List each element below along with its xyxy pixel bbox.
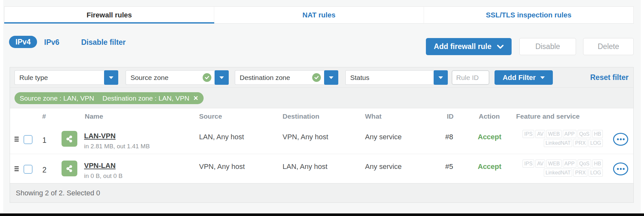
header-index: # (42, 108, 46, 124)
cell-source: LAN, Any host (199, 133, 244, 141)
destination-zone-filter-field: Destination zone (235, 70, 325, 85)
badge-hb: HB (592, 160, 603, 168)
cell-what: Any service (365, 162, 402, 171)
badge-log: LOG (589, 169, 603, 177)
chevron-down-icon (497, 45, 504, 49)
rule-type-filter-arrow-button[interactable] (104, 70, 118, 85)
cell-rule-id: #8 (445, 133, 453, 141)
row-checkbox[interactable] (24, 135, 33, 144)
ipv4-toggle[interactable]: IPv4 (9, 36, 37, 48)
tab-ssl-tls-inspection-rules[interactable]: SSL/TLS inspection rules (424, 7, 633, 23)
header-action: Action (479, 108, 500, 124)
status-filter-arrow-button[interactable] (434, 70, 448, 85)
destination-zone-filter-arrow-button[interactable] (324, 70, 338, 85)
status-filter-field: Status (345, 70, 434, 85)
badge-ips: IPS (523, 160, 534, 168)
filter-bar: Rule type Source zone Destination zone (10, 67, 633, 88)
tab-ssl-tls-inspection-rules-label: SSL/TLS inspection rules (486, 11, 571, 19)
check-circle-icon (203, 73, 211, 82)
rule-share-icon (62, 131, 77, 147)
table-header-row: # Name Source Destination What ID Action… (10, 108, 633, 124)
drag-handle-icon[interactable] (14, 166, 19, 171)
cell-what: Any service (365, 133, 402, 141)
triangle-down-icon (109, 76, 113, 79)
status-filter-dropdown[interactable]: Status (345, 70, 448, 85)
page-background: Firewall rules NAT rules SSL/TLS inspect… (3, 0, 641, 213)
top-tab-bar: Firewall rules NAT rules SSL/TLS inspect… (4, 6, 634, 24)
destination-zone-filter-dropdown[interactable]: Destination zone (235, 70, 338, 85)
more-options-ellipsis-icon[interactable] (613, 162, 628, 175)
badge-app: APP (563, 130, 576, 138)
row-index: 2 (39, 166, 50, 174)
row-checkbox[interactable] (24, 165, 33, 174)
add-firewall-rule-label: Add firewall rule (434, 42, 492, 51)
delete-button[interactable]: Delete (583, 38, 634, 55)
row-index: 1 (39, 136, 50, 145)
rule-id-input[interactable] (452, 70, 489, 85)
header-what: What (365, 108, 381, 124)
badge-linkednat: LinkedNAT (544, 169, 572, 177)
add-filter-button[interactable]: Add Filter (495, 70, 553, 85)
rule-name-link[interactable]: LAN-VPN (84, 132, 116, 140)
badge-prx: PRX (573, 169, 587, 177)
disable-button-label: Disable (535, 42, 560, 51)
triangle-down-icon (540, 76, 545, 79)
rule-traffic-stats: in 0 B, out 0 B (84, 172, 122, 180)
badge-av: AV (535, 160, 545, 168)
cell-action-accept: Accept (478, 162, 501, 171)
cell-destination: LAN, Any host (283, 162, 327, 171)
ipv4-toggle-label: IPv4 (15, 38, 31, 46)
source-zone-filter-label: Source zone (130, 74, 200, 82)
rule-traffic-stats: in 2.81 MB, out 1.41 MB (84, 143, 150, 150)
drag-handle-icon[interactable] (14, 137, 19, 142)
delete-button-label: Delete (598, 42, 619, 51)
badge-web: WEB (546, 160, 561, 168)
cell-destination: VPN, Any host (283, 133, 328, 141)
remove-chip-icon[interactable]: ✕ (193, 95, 198, 101)
more-options-ellipsis-icon[interactable] (613, 133, 628, 146)
check-circle-icon (312, 73, 321, 82)
ipv6-toggle[interactable]: IPv6 (44, 38, 59, 47)
triangle-down-icon (438, 76, 443, 79)
reset-filter-link[interactable]: Reset filter (590, 70, 629, 85)
destination-zone-filter-chip-label: Destination zone : LAN, VPN (102, 94, 189, 102)
table-footer-summary: Showing 2 of 2. Selected 0 (16, 189, 100, 197)
header-name: Name (85, 108, 103, 124)
badge-app: APP (563, 160, 576, 168)
cell-source: VPN, Any host (199, 162, 245, 171)
source-zone-filter-chip-label: Source zone : LAN, VPN (20, 94, 94, 102)
header-id: ID (447, 108, 454, 124)
badge-qos: QoS (578, 160, 591, 168)
source-zone-filter-field: Source zone (126, 70, 215, 85)
cell-action-accept: Accept (478, 133, 501, 141)
add-filter-button-label: Add Filter (503, 74, 536, 82)
rule-share-icon (62, 161, 77, 176)
tab-firewall-rules-label: Firewall rules (87, 11, 132, 19)
status-filter-label: Status (350, 74, 430, 82)
triangle-down-icon (329, 76, 333, 79)
disable-button[interactable]: Disable (519, 38, 576, 55)
source-zone-filter-arrow-button[interactable] (215, 70, 229, 85)
tab-nat-rules[interactable]: NAT rules (214, 7, 424, 23)
cell-rule-id: #5 (445, 162, 453, 171)
rule-name-link[interactable]: VPN-LAN (84, 162, 116, 170)
table-row: 1 LAN-VPN in 2.81 MB, out 1.41 MB LAN, A… (10, 124, 633, 154)
header-feature-and-service: Feature and service (516, 108, 580, 124)
table-row: 2 VPN-LAN in 0 B, out 0 B VPN, Any host … (10, 154, 633, 183)
badge-linkednat: LinkedNAT (544, 139, 572, 147)
tab-firewall-rules[interactable]: Firewall rules (5, 7, 214, 23)
triangle-down-icon (219, 76, 224, 79)
tab-nat-rules-label: NAT rules (303, 11, 335, 19)
badge-av: AV (535, 130, 545, 138)
active-tab-underline (4, 22, 214, 24)
destination-zone-filter-label: Destination zone (240, 74, 310, 82)
badge-qos: QoS (578, 130, 591, 138)
rule-type-filter-dropdown[interactable]: Rule type (14, 70, 118, 85)
source-zone-filter-dropdown[interactable]: Source zone (126, 70, 229, 85)
disable-filter-link[interactable]: Disable filter (81, 38, 126, 47)
badge-web: WEB (546, 130, 561, 138)
feature-badges: IPS AV WEB APP QoS HB LinkedNAT PRX LOG (522, 160, 603, 177)
add-firewall-rule-button[interactable]: Add firewall rule (426, 38, 512, 55)
header-source: Source (199, 108, 222, 124)
firewall-rules-panel: Rule type Source zone Destination zone (10, 67, 634, 203)
